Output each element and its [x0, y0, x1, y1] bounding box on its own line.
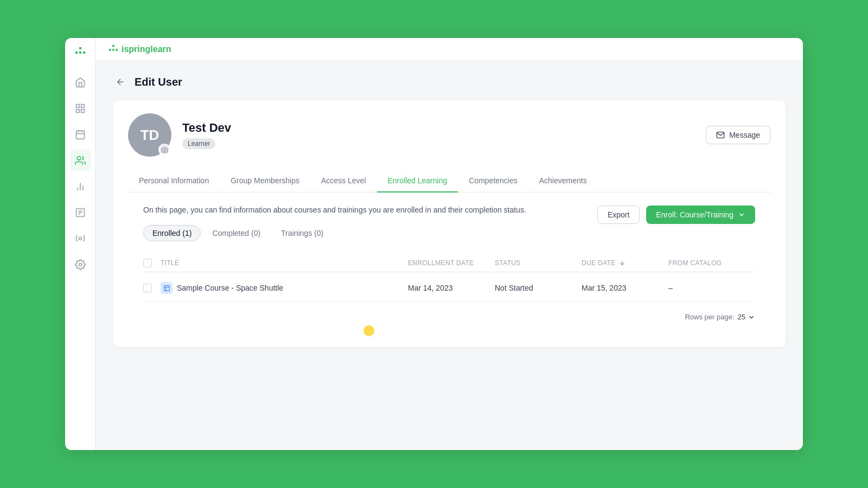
sidebar-item-monitor[interactable] — [69, 228, 91, 249]
message-button[interactable]: Message — [706, 126, 770, 144]
svg-rect-23 — [112, 45, 114, 47]
user-details: Test Dev Learner — [182, 121, 231, 149]
sidebar — [65, 38, 95, 450]
col-header-from-catalog: From Catalog — [668, 259, 755, 267]
svg-rect-8 — [76, 131, 84, 139]
logo-icon — [108, 44, 118, 54]
export-button[interactable]: Export — [597, 206, 640, 224]
tab-achievements[interactable]: Achievements — [528, 170, 598, 192]
user-card-top: TD Test Dev Learner Message — [128, 113, 770, 168]
sub-tab-trainings[interactable]: Trainings (0) — [272, 225, 333, 241]
svg-point-12 — [77, 157, 81, 160]
sidebar-logo — [75, 47, 86, 59]
svg-rect-22 — [109, 49, 111, 51]
col-header-enrollment-date: Enrollment Date — [408, 259, 495, 267]
sidebar-item-courses[interactable] — [69, 98, 91, 119]
rows-per-page-select[interactable]: 25 — [738, 313, 755, 321]
row-from-catalog: – — [668, 284, 755, 292]
svg-rect-4 — [76, 105, 79, 108]
enroll-button[interactable]: Enroll: Course/Training — [646, 206, 755, 224]
col-header-title: Title — [161, 259, 408, 267]
app-logo: ispringlearn — [108, 44, 171, 54]
col-header-due-date: Due Date — [582, 259, 668, 267]
top-logo-bar: ispringlearn — [95, 38, 803, 61]
user-role-badge: Learner — [182, 138, 215, 149]
sidebar-item-analytics[interactable] — [69, 176, 91, 197]
content-area: Edit User TD Test Dev Learner — [95, 61, 803, 450]
sidebar-item-home[interactable] — [69, 72, 91, 93]
tabs: Personal Information Group Memberships A… — [128, 170, 770, 192]
back-button[interactable] — [113, 74, 128, 89]
sub-tab-enrolled[interactable]: Enrolled (1) — [143, 225, 201, 241]
select-all-checkbox[interactable] — [143, 259, 152, 267]
col-header-checkbox — [143, 259, 161, 267]
table-row: Sample Course - Space Shuttle Mar 14, 20… — [143, 274, 755, 302]
page-header: Edit User — [113, 74, 786, 89]
svg-rect-5 — [81, 105, 84, 108]
user-name: Test Dev — [182, 121, 231, 135]
camera-icon — [162, 147, 168, 153]
row-enrollment-date: Mar 14, 2023 — [408, 284, 495, 292]
col-header-status: Status — [495, 259, 582, 267]
user-card: TD Test Dev Learner Message — [113, 100, 786, 347]
enrollments-table: Title Enrollment Date Status Due Date Fr… — [143, 254, 755, 321]
tab-enrolled-learning[interactable]: Enrolled Learning — [377, 170, 458, 192]
svg-rect-3 — [83, 52, 85, 54]
sidebar-item-settings[interactable] — [69, 254, 91, 275]
enrolled-learning-content: On this page, you can find information a… — [128, 192, 770, 334]
svg-point-21 — [79, 264, 81, 266]
sub-tab-completed[interactable]: Completed (0) — [203, 225, 270, 241]
svg-rect-25 — [116, 49, 118, 51]
chevron-down-icon — [738, 211, 745, 219]
tab-access-level[interactable]: Access Level — [310, 170, 376, 192]
row-checkbox[interactable] — [143, 284, 161, 292]
tab-description: On this page, you can find information a… — [143, 206, 526, 214]
tab-competencies[interactable]: Competencies — [458, 170, 528, 192]
rows-per-page: Rows per page: 25 — [143, 313, 755, 321]
tab-actions: Export Enroll: Course/Training — [597, 206, 755, 224]
svg-rect-6 — [76, 110, 79, 113]
back-icon — [116, 77, 125, 87]
sidebar-item-users[interactable] — [69, 150, 91, 171]
row-due-date: Mar 15, 2023 — [582, 284, 668, 292]
row-title: Sample Course - Space Shuttle — [161, 282, 408, 294]
message-icon — [716, 131, 725, 139]
course-icon — [161, 282, 173, 294]
rows-per-page-chevron — [748, 313, 755, 321]
avatar-wrapper: TD — [128, 113, 171, 157]
svg-rect-1 — [79, 47, 81, 49]
svg-rect-2 — [79, 52, 81, 54]
svg-point-27 — [163, 149, 165, 151]
sub-tabs: Enrolled (1) Completed (0) Trainings (0) — [143, 225, 755, 241]
svg-rect-7 — [81, 110, 84, 113]
sidebar-item-tasks[interactable] — [69, 202, 91, 223]
user-info: TD Test Dev Learner — [128, 113, 231, 157]
svg-point-20 — [79, 237, 81, 240]
svg-rect-0 — [75, 52, 78, 54]
tab-group-memberships[interactable]: Group Memberships — [220, 170, 310, 192]
sort-icon — [619, 260, 626, 266]
table-header: Title Enrollment Date Status Due Date Fr… — [143, 254, 755, 272]
main-content: ispringlearn Edit User — [95, 38, 803, 450]
avatar-camera-button[interactable] — [158, 144, 170, 156]
svg-rect-24 — [112, 49, 114, 51]
tab-personal-information[interactable]: Personal Information — [128, 170, 220, 192]
row-status: Not Started — [495, 284, 582, 292]
svg-rect-29 — [164, 285, 169, 291]
logo-text: ispringlearn — [122, 44, 171, 54]
course-type-icon — [163, 285, 170, 292]
page-title: Edit User — [135, 76, 182, 88]
sidebar-item-calendar[interactable] — [69, 124, 91, 145]
